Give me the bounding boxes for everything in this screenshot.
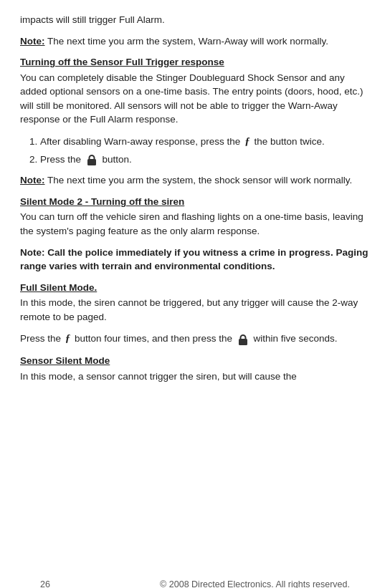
step1-suffix: the button twice. bbox=[254, 136, 324, 147]
section1-para: You can completely disable the Stinger D… bbox=[20, 71, 370, 127]
note3-label: Note: bbox=[20, 247, 45, 258]
copyright-text: © 2008 Directed Electronics. All rights … bbox=[160, 578, 350, 588]
note2-block: Note: The next time you arm the system, … bbox=[20, 173, 370, 188]
note2-body: The next time you arm the system, the sh… bbox=[45, 175, 353, 185]
section4-block: Sensor Silent Mode In this mode, a senso… bbox=[20, 354, 370, 383]
page-wrapper: impacts will still trigger Full Alarm. N… bbox=[20, 13, 370, 588]
section1-step1: After disabling Warn-away response, pres… bbox=[40, 134, 370, 150]
note3-body: Call the police immediately if you witne… bbox=[20, 247, 368, 272]
section2-para: You can turn off the vehicle siren and f… bbox=[20, 210, 370, 238]
f-icon-section3: ƒ bbox=[65, 332, 71, 344]
page-number: 26 bbox=[40, 578, 50, 588]
section1-step2: Press the button. bbox=[40, 153, 370, 167]
section4-heading: Sensor Silent Mode bbox=[20, 354, 370, 368]
svg-rect-0 bbox=[87, 159, 96, 165]
note1-block: Note: The next time you arm the system, … bbox=[20, 34, 370, 49]
footer: 26 © 2008 Directed Electronics. All righ… bbox=[40, 578, 350, 588]
note2-text: Note: The next time you arm the system, … bbox=[20, 173, 370, 188]
page-content: impacts will still trigger Full Alarm. N… bbox=[20, 13, 370, 383]
lock-icon-section3 bbox=[237, 334, 249, 345]
note2-label: Note: bbox=[20, 175, 45, 185]
section3-para2: Press the ƒ button four times, and then … bbox=[20, 331, 370, 347]
lock-icon-step2 bbox=[85, 154, 98, 165]
section3-block: Full Silent Mode. In this mode, the sire… bbox=[20, 281, 370, 347]
note1-body: The next time you arm the system, Warn-A… bbox=[45, 36, 329, 47]
section1-steps: After disabling Warn-away response, pres… bbox=[40, 134, 370, 166]
intro-line: impacts will still trigger Full Alarm. bbox=[20, 13, 370, 27]
note1-label: Note: bbox=[20, 36, 45, 47]
section2-block: Silent Mode 2 - Turning off the siren Yo… bbox=[20, 195, 370, 238]
section1-block: Turning off the Sensor Full Trigger resp… bbox=[20, 55, 370, 166]
step2-suffix: button. bbox=[103, 154, 132, 165]
section3-para2-prefix: Press the bbox=[20, 333, 64, 344]
section3-heading: Full Silent Mode. bbox=[20, 281, 370, 295]
section4-para: In this mode, a sensor cannot trigger th… bbox=[20, 370, 370, 384]
note3-block: Note: Call the police immediately if you… bbox=[20, 246, 370, 274]
section1-heading: Turning off the Sensor Full Trigger resp… bbox=[20, 55, 370, 69]
step1-prefix: After disabling Warn-away response, pres… bbox=[40, 136, 243, 147]
step2-prefix: Press the bbox=[40, 154, 84, 165]
section3-para1: In this mode, the siren cannot be trigge… bbox=[20, 296, 370, 324]
section3-para2-suffix: within five seconds. bbox=[253, 333, 337, 344]
note1-text: Note: The next time you arm the system, … bbox=[20, 34, 370, 49]
f-icon-step1: ƒ bbox=[244, 135, 250, 147]
svg-rect-1 bbox=[239, 339, 247, 345]
section2-heading: Silent Mode 2 - Turning off the siren bbox=[20, 195, 370, 209]
section3-para2-middle: button four times, and then press the bbox=[75, 333, 235, 344]
